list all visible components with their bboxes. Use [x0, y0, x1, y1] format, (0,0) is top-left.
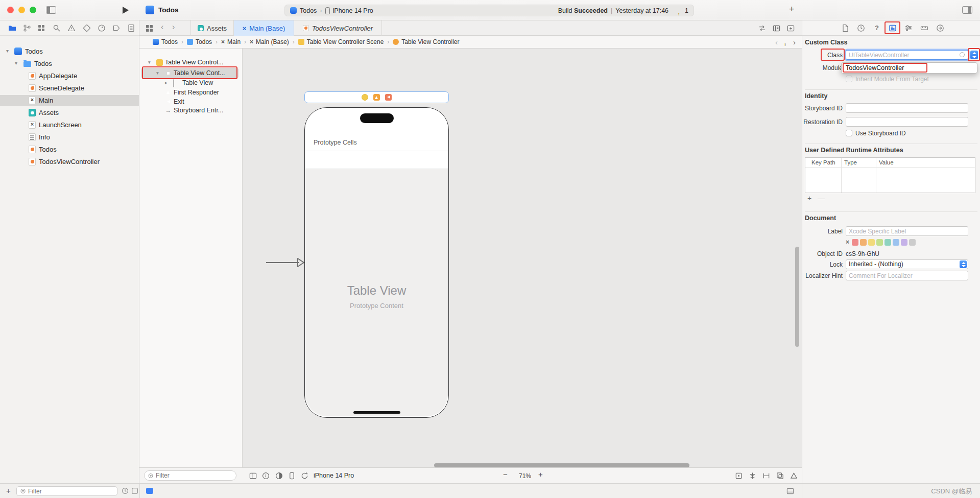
document-label-input[interactable] — [846, 226, 968, 236]
color-swatch[interactable] — [901, 239, 907, 246]
test-navigator-icon[interactable] — [83, 24, 91, 32]
outline-item-table-view[interactable]: ▸ Table View — [139, 78, 243, 88]
navigator-item-launchscreen[interactable]: LaunchScreen — [0, 120, 139, 131]
lock-dropdown-stepper[interactable] — [960, 260, 967, 268]
outline-item-first-responder[interactable]: First Responder — [139, 88, 243, 98]
source-control-navigator-icon[interactable] — [23, 24, 31, 32]
color-swatch[interactable] — [860, 239, 867, 246]
navigator-item-assets[interactable]: Assets — [0, 107, 139, 118]
orientation-icon[interactable] — [301, 472, 308, 480]
align-icon[interactable] — [749, 472, 756, 480]
completion-item-todosviewcontroller[interactable]: TodosViewController — [846, 64, 904, 72]
add-file-button[interactable]: + — [6, 486, 11, 495]
view-controller-scene[interactable]: Prototype Cells Table View Prototype Con… — [304, 107, 449, 418]
class-completion-popup[interactable]: TodosViewController — [841, 62, 977, 74]
chevron-down-icon[interactable]: ▾ — [156, 70, 159, 76]
chevron-down-icon[interactable]: ▾ — [148, 59, 151, 65]
color-swatch[interactable] — [876, 239, 883, 246]
run-button[interactable] — [123, 7, 129, 14]
column-type[interactable]: Type — [844, 159, 857, 165]
breakpoint-navigator-icon[interactable] — [112, 24, 121, 32]
navigator-item-appdelegate[interactable]: AppDelegate — [0, 70, 139, 82]
project-navigator-icon[interactable] — [8, 24, 16, 32]
add-constraints-icon[interactable] — [762, 472, 770, 480]
restoration-id-input[interactable] — [846, 117, 968, 127]
tab-todosviewcontroller[interactable]: TodosViewController — [294, 20, 382, 36]
horizontal-scrollbar[interactable] — [434, 463, 689, 467]
jumpbar-scene[interactable]: Table View Controller Scene — [298, 38, 384, 45]
device-bezel-icon[interactable] — [288, 472, 296, 480]
info-icon[interactable] — [262, 472, 270, 480]
outline-item-scene[interactable]: ▾ Table View Control... — [139, 58, 243, 67]
zoom-window-button[interactable] — [30, 7, 36, 13]
symbol-navigator-icon[interactable] — [37, 24, 45, 32]
zoom-out-icon[interactable]: − — [503, 470, 508, 479]
color-swatch[interactable] — [893, 239, 899, 246]
color-swatch[interactable] — [885, 239, 891, 246]
navigator-item-todos-swift[interactable]: Todos — [0, 144, 139, 155]
lock-dropdown[interactable]: Inherited - (Nothing) — [846, 259, 968, 269]
chevron-down-icon[interactable]: ▾ — [6, 48, 9, 54]
column-value[interactable]: Value — [879, 159, 894, 165]
jumpbar-main[interactable]: × Main — [221, 38, 241, 45]
go-forward-icon[interactable]: › — [172, 22, 175, 32]
jumpbar-group[interactable]: Todos — [187, 38, 212, 45]
report-navigator-icon[interactable] — [127, 24, 135, 32]
outline-filter-input[interactable] — [156, 472, 232, 479]
related-items-icon[interactable] — [146, 25, 153, 32]
remove-attribute-button[interactable]: — — [818, 194, 825, 202]
connections-inspector-icon[interactable] — [936, 24, 944, 32]
next-issue-icon[interactable]: › — [793, 38, 796, 46]
editor-layout-icon[interactable] — [786, 487, 794, 495]
navigator-item-scenedelegate[interactable]: SceneDelegate — [0, 83, 139, 94]
attributes-inspector-icon[interactable] — [904, 24, 913, 32]
outline-mode-indicator[interactable] — [146, 488, 153, 494]
column-key-path[interactable]: Key Path — [811, 159, 835, 165]
source-control-status-icon[interactable] — [131, 487, 138, 494]
vertical-scrollbar[interactable] — [795, 247, 799, 347]
previous-issue-icon[interactable]: ‹ — [775, 38, 778, 46]
view-controller-icon[interactable] — [362, 94, 368, 101]
appearance-icon[interactable] — [275, 472, 283, 480]
update-frames-icon[interactable] — [735, 472, 743, 480]
outline-item-view-controller[interactable]: ▾ Table View Cont... — [139, 68, 243, 78]
toggle-navigator-icon[interactable] — [46, 6, 56, 14]
navigator-filter-input[interactable] — [28, 488, 113, 495]
tab-main-base[interactable]: × Main (Base) — [234, 20, 294, 36]
quick-help-inspector-icon[interactable]: ? — [873, 24, 881, 32]
history-inspector-icon[interactable] — [857, 24, 865, 32]
recent-files-icon[interactable] — [122, 487, 129, 494]
navigator-item-todos-project[interactable]: ▾ Todos — [0, 46, 139, 57]
navigator-item-info-plist[interactable]: Info — [0, 132, 139, 143]
minimize-window-button[interactable] — [18, 7, 25, 13]
navigator-item-todosviewcontroller[interactable]: TodosViewController — [0, 156, 139, 168]
class-input[interactable] — [846, 50, 968, 60]
add-attribute-button[interactable]: + — [807, 194, 811, 202]
color-swatch[interactable] — [868, 239, 875, 246]
issue-navigator-icon[interactable] — [67, 24, 76, 32]
warning-count[interactable]: 1 — [685, 7, 688, 14]
navigator-filter-field[interactable] — [16, 486, 117, 496]
scheme-section[interactable]: Todos › iPhone 14 Pro — [290, 7, 373, 14]
embed-icon[interactable] — [776, 472, 784, 480]
outline-filter-field[interactable] — [144, 470, 236, 481]
storyboard-canvas[interactable]: Prototype Cells Table View Prototype Con… — [243, 49, 802, 467]
inherit-module-checkbox[interactable] — [846, 76, 852, 82]
storyboard-id-input[interactable] — [846, 103, 968, 113]
use-storyboard-id-checkbox[interactable] — [846, 130, 852, 136]
identity-inspector-icon[interactable] — [889, 24, 897, 32]
add-editor-icon[interactable] — [787, 25, 795, 32]
tab-assets[interactable]: Assets — [191, 20, 234, 36]
scheme-device[interactable]: iPhone 14 Pro — [333, 7, 373, 14]
navigator-item-todos-group[interactable]: ▾ Todos — [0, 58, 139, 69]
localizer-hint-input[interactable] — [846, 271, 968, 280]
activity-status-bar[interactable]: Todos › iPhone 14 Pro Build Succeeded | … — [284, 5, 694, 16]
file-inspector-icon[interactable] — [841, 24, 849, 32]
new-tab-button[interactable]: + — [789, 4, 795, 15]
debug-navigator-icon[interactable] — [98, 24, 106, 32]
size-inspector-icon[interactable] — [920, 24, 928, 32]
scheme-project[interactable]: Todos — [300, 7, 317, 14]
color-swatch[interactable] — [909, 239, 916, 246]
zoom-in-icon[interactable]: + — [538, 470, 543, 479]
resolve-auto-layout-icon[interactable] — [790, 472, 798, 480]
